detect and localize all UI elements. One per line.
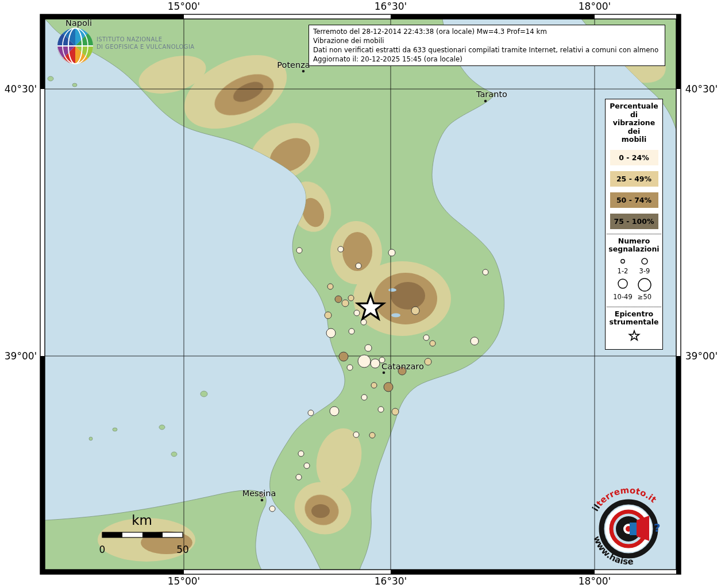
info-line-source: Dati non verificati estratti da 633 ques… — [313, 45, 661, 55]
legend-epicenter-title: Epicentro strumentale — [606, 310, 662, 327]
scalebar-end: 50 — [176, 544, 189, 555]
lon-label-bottom-3: 18°00' — [579, 575, 611, 587]
city-label-catanzaro: Catanzaro — [381, 362, 424, 371]
legend-swatch-25-49: 25 - 49% — [610, 171, 658, 187]
legend-title: Percentuale di vibrazione dei mobili — [606, 102, 662, 144]
legend-swatch-75-100: 75 - 100% — [610, 214, 658, 229]
seismic-intensity-map-page: ? ilterremoto.it www.haisentito — [0, 0, 721, 588]
lat-label-right-2: 39°00' — [685, 350, 718, 362]
ingv-name: ISTITUTO NAZIONALE DI GEOFISICA E VULCAN… — [97, 36, 195, 51]
legend-epicenter-star — [626, 327, 643, 344]
city-label-taranto: Taranto — [476, 90, 507, 99]
count-label-1: 1-2 — [618, 267, 629, 275]
count-label-4: ≥50 — [638, 293, 651, 301]
lon-label-top-1: 15°00' — [168, 1, 200, 12]
lon-label-top-2: 16°30' — [375, 1, 407, 12]
earthquake-info-box: Terremoto del 28-12-2014 22:43:38 (ora l… — [309, 25, 665, 66]
info-line-effect: Vibrazione dei mobili — [313, 36, 661, 45]
lon-label-bottom-1: 15°00' — [168, 575, 200, 587]
city-label-napoli: Napoli — [65, 18, 92, 28]
count-label-3: 10-49 — [613, 293, 632, 301]
lat-label-right-1: 40°30' — [685, 83, 718, 95]
city-label-potenza: Potenza — [277, 60, 310, 69]
legend-divider — [607, 307, 661, 307]
lon-label-top-3: 18°00' — [579, 1, 611, 12]
lat-label-left-1: 40°30' — [5, 83, 37, 95]
info-line-updated: Aggiornato il: 20-12-2025 15:45 (ora loc… — [313, 55, 661, 64]
legend-count-title: Numero segnalazioni — [606, 237, 662, 254]
legend-divider — [607, 234, 661, 234]
ingv-name-line2: DI GEOFISICA E VULCANOLOGIA — [97, 43, 195, 51]
city-label-messina: Messina — [242, 489, 276, 498]
lon-label-bottom-2: 16°30' — [375, 575, 407, 587]
legend-swatch-0-24: 0 - 24% — [610, 150, 658, 165]
legend-count-symbols: 1-2 3-9 10-49 ≥50 — [607, 254, 661, 302]
legend-swatch-50-74: 50 - 74% — [610, 192, 658, 208]
lat-label-left-2: 39°00' — [5, 350, 37, 362]
scalebar-start: 0 — [99, 544, 106, 555]
info-line-event: Terremoto del 28-12-2014 22:43:38 (ora l… — [313, 27, 661, 36]
overlay: 15°00' 16°30' 18°00' 15°00' 16°30' 18°00… — [0, 0, 721, 588]
count-label-2: 3-9 — [639, 267, 650, 275]
legend-panel: Percentuale di vibrazione dei mobili 0 -… — [605, 99, 663, 350]
scalebar-unit: km — [132, 513, 152, 528]
ingv-name-line1: ISTITUTO NAZIONALE — [97, 36, 195, 43]
